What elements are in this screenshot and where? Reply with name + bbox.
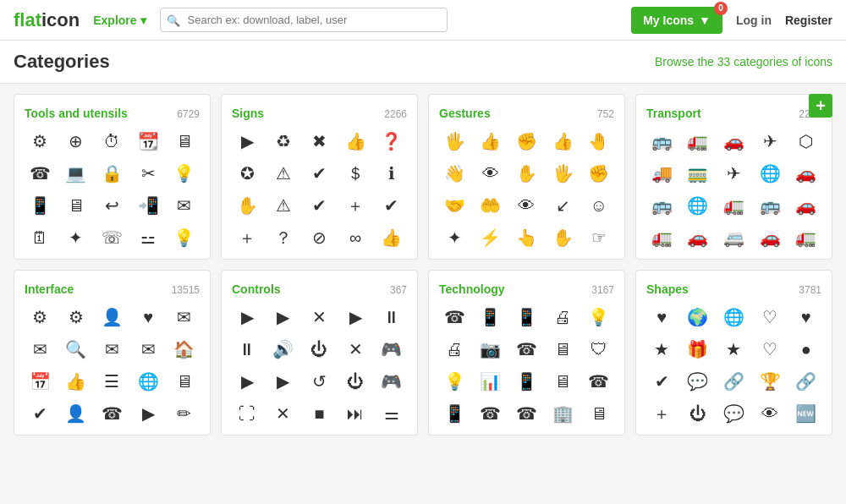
category-card-tools-and-utensils[interactable]: Tools and utensils6729⚙⊕⏱📆🖥☎💻🔒✂💡📱🖥↩📲✉🗓✦☏… xyxy=(14,94,211,260)
icon-item[interactable]: 🆕 xyxy=(790,401,821,426)
icon-item[interactable]: 📊 xyxy=(475,369,507,394)
icon-item[interactable]: 🌍 xyxy=(683,304,714,330)
icon-item[interactable]: 📅 xyxy=(25,369,56,394)
icon-item[interactable]: ✂ xyxy=(133,161,164,186)
icon-item[interactable]: ⏸ xyxy=(232,337,263,362)
icon-item[interactable]: ♡ xyxy=(755,337,786,362)
icon-item[interactable]: ⬡ xyxy=(790,129,821,154)
icon-item[interactable]: 👁 xyxy=(755,401,786,426)
icon-item[interactable]: 🖥 xyxy=(547,369,579,394)
icon-item[interactable]: 💡 xyxy=(439,369,470,394)
icon-item[interactable]: 🚛 xyxy=(683,129,714,154)
icon-item[interactable]: 👍 xyxy=(376,225,407,250)
icon-item[interactable]: 👍 xyxy=(547,129,579,154)
icon-item[interactable]: 🏠 xyxy=(168,337,200,362)
icon-item[interactable]: 🖐 xyxy=(439,129,470,154)
icon-item[interactable]: 🚛 xyxy=(790,225,821,250)
icon-item[interactable]: 👤 xyxy=(96,304,128,330)
icon-item[interactable]: 🖥 xyxy=(168,129,200,154)
icon-item[interactable]: 🚛 xyxy=(718,193,750,218)
category-card-transport[interactable]: Transport2201🚌🚛🚗✈⬡🚚🚃✈🌐🚗🚌🌐🚛🚌🚗🚛🚗🚐🚗🚛 xyxy=(635,94,832,260)
icon-item[interactable]: 🖥 xyxy=(583,401,614,426)
icon-item[interactable]: 📱 xyxy=(439,401,470,426)
icon-item[interactable]: ⚙ xyxy=(61,304,92,330)
icon-item[interactable]: ＋ xyxy=(646,401,678,426)
icon-item[interactable]: ✈ xyxy=(718,161,750,186)
icon-item[interactable]: ✖ xyxy=(304,129,335,154)
icon-item[interactable]: ▶ xyxy=(133,401,164,426)
icon-item[interactable]: 👁 xyxy=(475,161,507,186)
icon-item[interactable]: ✋ xyxy=(547,225,579,250)
icon-item[interactable]: 🖥 xyxy=(61,193,92,218)
icon-item[interactable]: ⚙ xyxy=(25,304,56,330)
category-card-interface[interactable]: Interface13515⚙⚙👤♥✉✉🔍✉✉🏠📅👍☰🌐🖥✔👤☎▶✏ xyxy=(14,270,211,436)
icon-item[interactable]: 🚐 xyxy=(718,225,750,250)
icon-item[interactable]: 👍 xyxy=(475,129,507,154)
icon-item[interactable]: ♡ xyxy=(755,304,786,330)
my-icons-button[interactable]: My Icons ▼ 0 xyxy=(631,7,722,34)
icon-item[interactable]: 🏆 xyxy=(755,369,786,394)
icon-item[interactable]: ⚌ xyxy=(376,401,407,426)
icon-item[interactable]: ⏻ xyxy=(304,337,335,362)
icon-item[interactable]: 🚛 xyxy=(646,225,678,250)
icon-item[interactable]: ☎ xyxy=(475,401,507,426)
icon-item[interactable]: 🤚 xyxy=(583,129,614,154)
icon-item[interactable]: 🖥 xyxy=(168,369,200,394)
icon-item[interactable]: ？ xyxy=(268,225,299,250)
icon-item[interactable]: ＋ xyxy=(340,193,371,218)
icon-item[interactable]: ▶ xyxy=(268,369,299,394)
icon-item[interactable]: ✏ xyxy=(168,401,200,426)
icon-item[interactable]: 🎮 xyxy=(376,369,407,394)
icon-item[interactable]: 📱 xyxy=(511,369,542,394)
icon-item[interactable]: ☎ xyxy=(25,161,56,186)
category-card-technology[interactable]: Technology3167☎📱📱🖨💡🖨📷☎🖥🛡💡📊📱🖥☎📱☎☎🏢🖥 xyxy=(428,270,625,436)
icon-item[interactable]: ⏸ xyxy=(376,304,407,330)
icon-item[interactable]: ▶ xyxy=(340,304,371,330)
icon-item[interactable]: 🖥 xyxy=(547,337,579,362)
icon-item[interactable]: ✉ xyxy=(168,304,200,330)
icon-item[interactable]: 🚌 xyxy=(646,193,678,218)
icon-item[interactable]: ☎ xyxy=(96,401,128,426)
icon-item[interactable]: 👍 xyxy=(61,369,92,394)
icon-item[interactable]: ℹ xyxy=(376,161,407,186)
icon-item[interactable]: ✋ xyxy=(232,193,263,218)
icon-item[interactable]: ⏻ xyxy=(340,369,371,394)
icon-item[interactable]: 👍 xyxy=(340,129,371,154)
icon-item[interactable]: 💬 xyxy=(718,401,750,426)
icon-item[interactable]: ★ xyxy=(646,337,678,362)
icon-item[interactable]: 🚗 xyxy=(683,225,714,250)
icon-item[interactable]: ↺ xyxy=(304,369,335,394)
login-link[interactable]: Log in xyxy=(736,14,772,27)
icon-item[interactable]: ♻ xyxy=(268,129,299,154)
icon-item[interactable]: ▶ xyxy=(232,369,263,394)
icon-item[interactable]: 📆 xyxy=(133,129,164,154)
icon-item[interactable]: 🌐 xyxy=(133,369,164,394)
icon-item[interactable]: ✉ xyxy=(133,337,164,362)
icon-item[interactable]: ↙ xyxy=(547,193,579,218)
icon-item[interactable]: ▶ xyxy=(232,129,263,154)
icon-item[interactable]: ♥ xyxy=(790,304,821,330)
icon-item[interactable]: 💡 xyxy=(168,225,200,250)
icon-item[interactable]: 🚗 xyxy=(790,193,821,218)
icon-item[interactable]: ✔ xyxy=(304,161,335,186)
icon-item[interactable]: 🤝 xyxy=(439,193,470,218)
icon-item[interactable]: 💬 xyxy=(683,369,714,394)
icon-item[interactable]: ⛶ xyxy=(232,401,263,426)
icon-item[interactable]: ⏱ xyxy=(96,129,128,154)
icon-item[interactable]: 🔒 xyxy=(96,161,128,186)
icon-item[interactable]: 🔗 xyxy=(790,369,821,394)
icon-item[interactable]: ✈ xyxy=(755,129,786,154)
icon-item[interactable]: 🖨 xyxy=(439,337,470,362)
icon-item[interactable]: ✦ xyxy=(439,225,470,250)
icon-item[interactable]: ⚙ xyxy=(25,129,56,154)
icon-item[interactable]: 📱 xyxy=(475,304,507,330)
icon-item[interactable]: 👤 xyxy=(61,401,92,426)
icon-item[interactable]: 🖨 xyxy=(547,304,579,330)
logo[interactable]: flaticon xyxy=(14,9,80,31)
icon-item[interactable]: ♥ xyxy=(646,304,678,330)
icon-item[interactable]: ⏭ xyxy=(340,401,371,426)
icon-item[interactable]: ✉ xyxy=(168,193,200,218)
icon-item[interactable]: ❓ xyxy=(376,129,407,154)
icon-item[interactable]: ✊ xyxy=(511,129,542,154)
icon-item[interactable]: ☎ xyxy=(511,401,542,426)
